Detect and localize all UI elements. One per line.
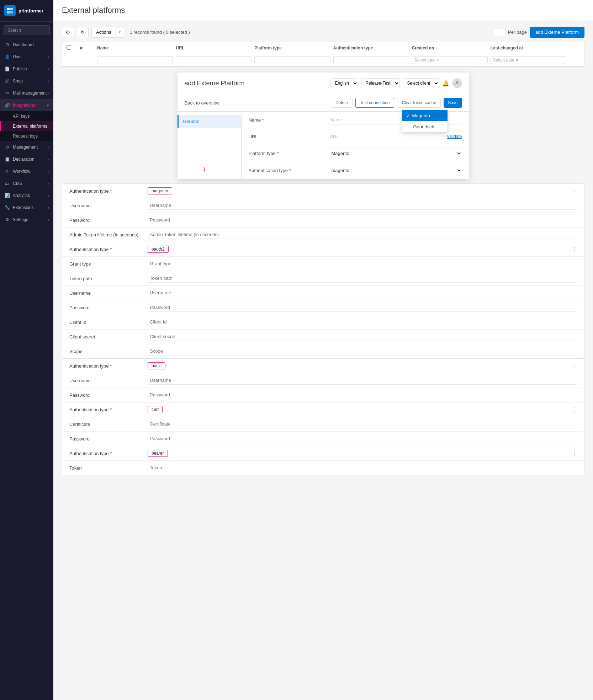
auth-section-cert-toggle[interactable]: ⋮ [571, 406, 577, 413]
sidebar-item-integrations[interactable]: 🔗 Integrations ∨ [0, 99, 53, 111]
password-input-oauth2[interactable] [148, 303, 577, 312]
password-input-magento[interactable] [148, 216, 577, 224]
token-lifetime-input[interactable] [148, 230, 577, 239]
gear-button[interactable]: ⚙ [62, 27, 74, 37]
add-externe-platform-button[interactable]: add Externe Platform [530, 27, 584, 38]
name-label: Name * [249, 115, 327, 123]
delete-button[interactable]: Delete [331, 98, 353, 108]
filter-name[interactable] [97, 56, 173, 64]
validate-link[interactable]: Validate [447, 134, 462, 139]
actions-chevron[interactable]: ▾ [116, 28, 124, 37]
chevron-icon-settings: › [48, 218, 49, 222]
svg-rect-0 [7, 8, 10, 10]
modal-sidebar: General [178, 112, 242, 179]
token-path-label: Token path [69, 276, 148, 281]
token-path-input[interactable] [148, 274, 577, 283]
filter-url[interactable] [176, 56, 252, 64]
sidebar-item-external-platforms[interactable]: External platforms [0, 121, 53, 131]
username-input-oauth2[interactable] [148, 289, 577, 297]
sidebar-item-request-logs[interactable]: Request logs [0, 131, 53, 141]
search-input[interactable] [4, 25, 50, 35]
chevron-icon-workflow: › [48, 170, 49, 173]
clear-token-cache-button[interactable]: Clear token cache [397, 98, 441, 108]
sidebar-item-user[interactable]: 👤 User › [0, 51, 53, 63]
select-all-checkbox[interactable] [67, 45, 71, 50]
scope-input[interactable] [148, 347, 577, 356]
token-input-bearer[interactable] [148, 464, 577, 472]
certificate-input[interactable] [148, 420, 577, 428]
dropdown-magento[interactable]: ✓ Magento [402, 110, 448, 121]
platform-type-dropdown[interactable]: ✓ Magento Generisch [402, 110, 448, 133]
test-connection-button[interactable]: Test connection [355, 98, 394, 108]
refresh-button[interactable]: ↻ [77, 27, 89, 37]
client-secret-input[interactable] [148, 332, 577, 341]
sidebar-item-extensions[interactable]: 🔧 Extensions › [0, 202, 53, 214]
environment-select[interactable]: Release-Test [361, 78, 400, 88]
auth-section-magento-toggle[interactable]: ⋮ [571, 188, 577, 194]
sidebar-item-management[interactable]: ⚙ Management › [0, 141, 53, 153]
management-icon: ⚙ [4, 144, 10, 150]
back-to-overview-link[interactable]: Back to overview [185, 100, 219, 106]
extensions-icon: 🔧 [4, 205, 10, 210]
user-avatar[interactable] [452, 78, 462, 88]
sidebar-item-publish[interactable]: 📄 Publish › [0, 63, 53, 75]
auth-section-basic: Authentication type * basic ⋮ Username P… [62, 359, 584, 402]
per-page-input[interactable]: 25 [493, 28, 506, 36]
username-input-magento[interactable] [148, 201, 577, 210]
password-input-cert[interactable] [148, 434, 577, 443]
auth-section-oauth2: Authentication type * oauth2 ⋮ Grant typ… [62, 242, 584, 359]
sidebar-item-analytics[interactable]: 📊 Analytics › [0, 189, 53, 202]
auth-section-oauth2-toggle[interactable]: ⋮ [571, 246, 577, 253]
token-lifetime-label: Admin Token lifetime (in seconds) [69, 230, 148, 237]
auth-type-label-oauth2: Authentication type * [69, 247, 148, 252]
dropdown-generisch[interactable]: Generisch [402, 121, 448, 132]
client-id-input[interactable] [148, 318, 577, 326]
cms-icon: 🗂 [4, 181, 10, 186]
client-id-label: Client Id [69, 320, 148, 325]
sidebar-item-api-keys[interactable]: API keys [0, 111, 53, 121]
filter-created[interactable]: Select date × [412, 56, 488, 64]
auth-type-badge-oauth2: oauth2 [148, 246, 169, 253]
password-label-magento: Password [69, 218, 148, 223]
settings-icon: ⚙ [4, 217, 10, 223]
filter-changed[interactable]: Select date × [491, 56, 566, 64]
table-filter-row: Select date × Select date × [62, 54, 584, 66]
dropdown-generisch-label: Generisch [413, 124, 434, 129]
platform-type-select[interactable]: Magento Generisch [327, 149, 462, 158]
sidebar-item-dashboard[interactable]: ⊞ Dashboard [0, 39, 53, 51]
auth-section-bearer-toggle[interactable]: ⋮ [571, 450, 577, 457]
modal-sidebar-general[interactable]: General [178, 115, 241, 128]
sidebar-item-declaration[interactable]: 📋 Declaration › [0, 153, 53, 165]
workflow-icon: ⟳ [4, 169, 10, 174]
clear-date-1[interactable]: × [437, 58, 440, 63]
token-label-bearer: Token [69, 465, 148, 471]
main-content: External platforms ⚙ ↻ Actions ▾ 1 recor… [53, 0, 593, 700]
save-button[interactable]: Save [444, 98, 462, 108]
publish-icon: 📄 [4, 66, 10, 72]
filter-auth-type[interactable] [333, 56, 409, 64]
password-label-basic: Password [69, 392, 148, 398]
username-input-basic[interactable] [148, 376, 577, 385]
language-select[interactable]: English [330, 78, 358, 88]
client-select[interactable]: Select client [403, 78, 439, 88]
auth-type-select[interactable]: magento oauth2 basic [327, 166, 462, 175]
username-row-magento: Username [62, 198, 584, 213]
clear-date-2[interactable]: × [516, 58, 518, 63]
sidebar-item-mail[interactable]: ✉ Mail management › [0, 87, 53, 99]
auth-section-bearer: Authentication type * bearer ⋮ Token [62, 446, 584, 475]
bell-icon[interactable]: 🔔 [442, 80, 449, 87]
sidebar-item-workflow[interactable]: ⟳ Workflow › [0, 165, 53, 177]
integrations-icon: 🔗 [4, 102, 10, 108]
col-created[interactable]: Created on ↓ [412, 46, 488, 50]
filter-platform-type[interactable] [254, 56, 330, 64]
password-input-basic[interactable] [148, 391, 577, 399]
actions-dropdown[interactable]: Actions ▾ [91, 27, 124, 38]
per-page-label: Per page [508, 30, 527, 35]
sidebar-item-cms[interactable]: 🗂 CMS › [0, 177, 53, 189]
auth-section-basic-toggle[interactable]: ⋮ [571, 363, 577, 369]
url-input[interactable] [327, 132, 447, 141]
col-auth-type: Authentication type [333, 46, 409, 50]
sidebar-item-settings[interactable]: ⚙ Settings › [0, 214, 53, 226]
grant-type-input[interactable] [148, 260, 577, 268]
sidebar-item-shop[interactable]: 🛒 Shop › [0, 75, 53, 87]
